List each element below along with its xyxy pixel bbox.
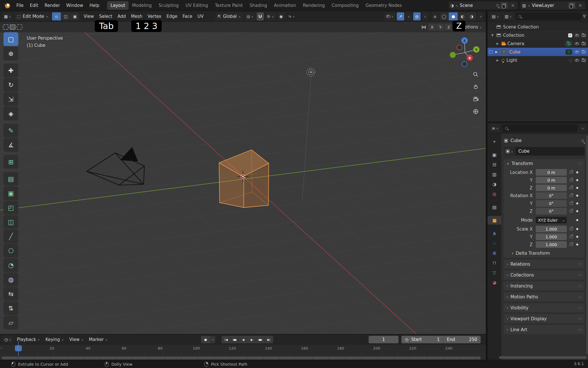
- hide-eye-toggle[interactable]: [575, 34, 579, 37]
- outliner-row-light[interactable]: ▶ Light ◌: [488, 56, 588, 64]
- pin-icon[interactable]: [496, 4, 499, 7]
- animate-dot[interactable]: [576, 171, 578, 173]
- show-gizmo-toggle[interactable]: ↗: [397, 12, 404, 20]
- panel-header[interactable]: › Motion Paths ∷∷: [504, 292, 585, 301]
- proportional-editing-toggle[interactable]: ◉: [277, 12, 285, 20]
- number-field[interactable]: 1.000: [536, 226, 567, 232]
- spin-tool[interactable]: ◔: [3, 258, 18, 272]
- panel-header[interactable]: › Viewport Display ∷∷: [504, 314, 585, 323]
- workspace-tab[interactable]: Animation: [270, 1, 299, 10]
- show-overlays-toggle[interactable]: ◎: [413, 12, 421, 20]
- render-properties-tab[interactable]: ▣: [489, 150, 500, 159]
- animate-dot[interactable]: [576, 244, 578, 246]
- collection-properties-tab[interactable]: ▤: [489, 203, 500, 211]
- panel-drag-handle[interactable]: ∷∷: [578, 162, 581, 166]
- pan-hand-button[interactable]: [471, 83, 480, 91]
- hide-eye-toggle[interactable]: [575, 42, 579, 45]
- transform-orientation-selector[interactable]: ⇱ Global: [215, 12, 243, 20]
- animate-dot[interactable]: [576, 187, 578, 189]
- render-visibility-toggle[interactable]: [582, 59, 586, 62]
- play-reverse-button[interactable]: ◀: [239, 336, 247, 343]
- outliner-row-scene-collection[interactable]: Scene Collection: [488, 23, 588, 31]
- pivot-point-selector[interactable]: ◎: [245, 12, 255, 20]
- timeline-track-area[interactable]: [0, 352, 486, 356]
- physics-properties-tab[interactable]: ⊚: [489, 249, 500, 257]
- snap-settings-selector[interactable]: ⊪: [265, 12, 276, 20]
- panel-drag-handle[interactable]: ∷∷: [578, 306, 581, 310]
- workspace-tab[interactable]: Rendering: [299, 1, 328, 10]
- animate-dot[interactable]: [576, 179, 578, 181]
- auto-keying-record-button[interactable]: ●: [201, 336, 210, 343]
- poly-build-tool[interactable]: ⎔: [3, 244, 18, 258]
- select-extend-mode-button[interactable]: [10, 24, 16, 30]
- smooth-tool[interactable]: ◍: [3, 273, 18, 286]
- gizmo-negative-y-ball[interactable]: [450, 52, 456, 58]
- object-properties-tab[interactable]: ■: [488, 216, 501, 225]
- number-field[interactable]: 0 m: [536, 169, 567, 176]
- workspace-tab[interactable]: Geometry Nodes: [362, 1, 405, 10]
- add-cube-tool[interactable]: ⊞: [3, 155, 18, 169]
- animate-dot[interactable]: [576, 202, 578, 204]
- view-layer-selector[interactable]: ▥ ViewLayer ×: [521, 1, 585, 9]
- properties-options-button[interactable]: [580, 124, 586, 132]
- move-tool[interactable]: ✚: [3, 64, 18, 77]
- expand-arrow-icon[interactable]: ▶: [496, 42, 500, 45]
- jump-to-end-button[interactable]: ▶∣: [265, 336, 273, 343]
- outliner-display-mode-selector[interactable]: ▥: [503, 13, 514, 20]
- outliner-row-camera[interactable]: ▶ Camera: [488, 39, 588, 48]
- hide-eye-toggle[interactable]: [575, 51, 579, 53]
- collection-checkbox[interactable]: ✓: [568, 33, 572, 37]
- panel-header[interactable]: › Relations ∷∷: [504, 260, 585, 269]
- new-scene-button[interactable]: [501, 2, 508, 9]
- object-name-field[interactable]: Cube: [504, 147, 585, 156]
- outliner-row-cube[interactable]: ▶ ▽ Cube ▽: [488, 48, 588, 56]
- vertex-select-mode-button[interactable]: ▫: [52, 12, 61, 20]
- shear-tool[interactable]: ▱: [3, 316, 18, 329]
- topbar-menu-item[interactable]: Render: [41, 1, 63, 9]
- object-data-properties-tab[interactable]: ▽: [489, 268, 500, 277]
- lock-icon[interactable]: [570, 187, 573, 189]
- edge-slide-tool[interactable]: ⇆: [3, 287, 18, 301]
- viewport-menu-item[interactable]: Select: [96, 12, 115, 21]
- workspace-tab[interactable]: UV Editing: [182, 1, 211, 10]
- lock-icon[interactable]: [570, 202, 573, 205]
- view-layer-properties-tab[interactable]: ▥: [489, 170, 500, 179]
- pin-icon[interactable]: [581, 139, 584, 142]
- workspace-tab[interactable]: Compositing: [328, 1, 362, 10]
- overlay-settings-selector[interactable]: [422, 12, 428, 20]
- render-visibility-toggle[interactable]: [582, 34, 586, 37]
- panel-drag-handle[interactable]: ∷∷: [578, 328, 581, 332]
- mesh-data-icon[interactable]: ▽: [565, 49, 572, 55]
- lock-icon[interactable]: [570, 171, 573, 174]
- render-visibility-toggle[interactable]: [582, 42, 586, 45]
- workspace-tab[interactable]: Sculpting: [155, 1, 182, 10]
- viewport-menu-item[interactable]: Add: [115, 12, 128, 21]
- lock-icon[interactable]: [570, 244, 573, 246]
- timeline-scrollbar[interactable]: [2, 356, 481, 359]
- panel-drag-handle[interactable]: ∷∷: [578, 262, 581, 266]
- editor-type-selector[interactable]: ▦: [2, 12, 13, 20]
- lock-icon[interactable]: [570, 179, 573, 181]
- new-view-layer-button[interactable]: [568, 2, 575, 9]
- topbar-menu-item[interactable]: Edit: [27, 1, 41, 9]
- timeline-menu-item[interactable]: Marker: [86, 336, 110, 344]
- current-frame-field[interactable]: 1: [369, 336, 399, 343]
- gizmo-negative-z-ball[interactable]: [462, 62, 467, 67]
- panel-drag-handle[interactable]: ∷∷: [578, 317, 581, 321]
- snap-toggle[interactable]: [257, 12, 264, 20]
- number-field[interactable]: 0°: [536, 208, 567, 214]
- animate-dot[interactable]: [576, 236, 578, 238]
- viewport-menu-item[interactable]: UV: [195, 12, 206, 21]
- number-field[interactable]: 0 m: [536, 177, 567, 183]
- cube-object[interactable]: [219, 150, 269, 208]
- annotate-tool[interactable]: ✎: [3, 124, 18, 137]
- rotation-mode-selector[interactable]: XYZ Euler: [536, 217, 567, 223]
- panel-header[interactable]: › Line Art ∷∷: [504, 325, 585, 334]
- lock-icon[interactable]: [570, 228, 573, 230]
- number-field[interactable]: 0°: [536, 200, 567, 207]
- outliner-editor-type-selector[interactable]: ▤: [490, 13, 501, 20]
- play-button[interactable]: ▶: [247, 336, 256, 343]
- select-subtract-mode-button[interactable]: [17, 24, 22, 30]
- remove-view-layer-button[interactable]: ×: [577, 3, 583, 8]
- properties-search[interactable]: [502, 124, 577, 132]
